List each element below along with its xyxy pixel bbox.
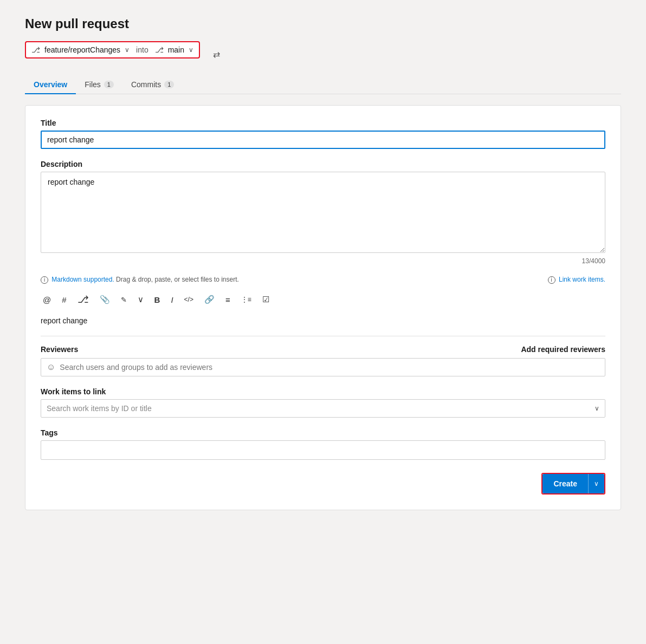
ordered-list-button[interactable]: ⋮≡ (239, 295, 254, 304)
add-required-reviewers-link[interactable]: Add required reviewers (521, 345, 605, 354)
page-title: New pull request (25, 16, 621, 31)
reviewers-label: Reviewers (41, 345, 78, 354)
swap-branches-button[interactable]: ⇄ (211, 47, 222, 62)
title-input[interactable] (41, 131, 605, 149)
markdown-info-row: i Markdown supported. Drag & drop, paste… (41, 276, 605, 284)
source-branch-icon: ⎇ (31, 45, 40, 54)
work-items-chevron-icon: ∨ (595, 405, 599, 412)
hashtag-button[interactable]: # (60, 294, 68, 305)
edit-button[interactable]: ✎ (119, 295, 129, 305)
branch-into-label: into (134, 45, 151, 54)
tags-input[interactable] (41, 440, 605, 460)
tabs-bar: Overview Files 1 Commits 1 (25, 76, 621, 94)
tab-files-label: Files (85, 80, 101, 89)
create-dropdown-chevron-icon: ∨ (594, 480, 599, 487)
unordered-list-button[interactable]: ≡ (223, 294, 232, 305)
person-icon: ☺ (47, 362, 55, 372)
description-label: Description (41, 160, 605, 168)
source-branch-name: feature/reportChanges (44, 45, 120, 54)
tab-files-badge: 1 (104, 81, 114, 88)
reviewers-search-input[interactable] (60, 363, 599, 372)
work-items-label: Work items to link (41, 387, 605, 396)
editor-toolbar: @ # ⎇ 📎 ✎ ∨ B I </> 🔗 ≡ ⋮≡ ☑ (41, 289, 605, 310)
attach-button[interactable]: 📎 (98, 294, 112, 305)
code-button[interactable]: </> (182, 295, 196, 304)
more-button[interactable]: ∨ (135, 294, 146, 305)
link-work-items-icon: i (548, 276, 555, 284)
title-group: Title (41, 119, 605, 149)
markdown-help-text: Drag & drop, paste, or select files to i… (116, 276, 239, 283)
reviewers-search-wrapper[interactable]: ☺ (41, 358, 605, 376)
markdown-info-left: i Markdown supported. Drag & drop, paste… (41, 276, 239, 284)
info-icon: i (41, 276, 48, 284)
char-count: 13/4000 (41, 257, 605, 265)
bold-button[interactable]: B (152, 294, 163, 305)
tags-group: Tags (41, 428, 605, 460)
branch-button[interactable]: ⎇ (75, 292, 91, 307)
tab-commits-label: Commits (131, 80, 161, 89)
form-card: Title Description report change 13/4000 … (25, 105, 621, 510)
mention-button[interactable]: @ (41, 294, 53, 305)
divider-1 (41, 336, 605, 336)
description-group: Description report change 13/4000 (41, 160, 605, 265)
tab-commits[interactable]: Commits 1 (122, 76, 183, 94)
create-button-group: Create ∨ (541, 473, 605, 495)
page-container: New pull request ⎇ feature/reportChanges… (25, 16, 621, 510)
reviewers-header: Reviewers Add required reviewers (41, 345, 605, 354)
target-branch-icon: ⎇ (155, 45, 164, 54)
description-textarea[interactable]: report change (41, 172, 605, 253)
work-items-group: Work items to link Search work items by … (41, 387, 605, 418)
create-button[interactable]: Create (542, 474, 588, 493)
link-button[interactable]: 🔗 (202, 294, 217, 305)
tags-label: Tags (41, 428, 605, 437)
italic-button[interactable]: I (169, 294, 175, 305)
preview-text: report change (41, 316, 605, 325)
tab-files[interactable]: Files 1 (76, 76, 122, 94)
target-branch-chevron-icon[interactable]: ∨ (189, 46, 193, 54)
work-items-placeholder: Search work items by ID or title (47, 404, 152, 413)
tab-commits-badge: 1 (164, 81, 174, 88)
form-footer: Create ∨ (41, 473, 605, 495)
create-dropdown-button[interactable]: ∨ (588, 474, 604, 493)
branch-selector[interactable]: ⎇ feature/reportChanges ∨ into ⎇ main ∨ (25, 41, 200, 58)
target-branch-name: main (168, 45, 184, 54)
markdown-info-right: i Link work items. (548, 276, 605, 284)
tab-overview[interactable]: Overview (25, 76, 76, 94)
link-work-items-link[interactable]: Link work items. (559, 276, 605, 283)
task-list-button[interactable]: ☑ (260, 294, 272, 305)
work-items-dropdown[interactable]: Search work items by ID or title ∨ (41, 399, 605, 418)
markdown-link[interactable]: Markdown supported. (51, 276, 114, 283)
title-label: Title (41, 119, 605, 127)
reviewers-group: Reviewers Add required reviewers ☺ (41, 345, 605, 376)
tab-overview-label: Overview (34, 80, 67, 89)
source-branch-chevron-icon[interactable]: ∨ (125, 46, 130, 54)
